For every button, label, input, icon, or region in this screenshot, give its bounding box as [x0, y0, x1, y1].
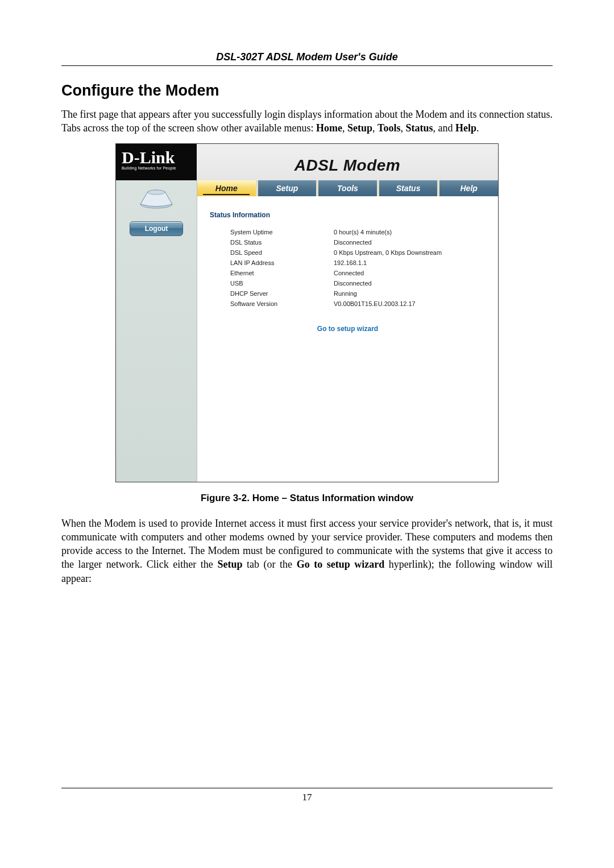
status-label: USB: [227, 278, 330, 288]
bold-home: Home: [316, 122, 342, 134]
status-value: Disconnected: [330, 278, 468, 288]
status-value: 0 Kbps Upstream, 0 Kbps Downstream: [330, 247, 468, 258]
status-label: LAN IP Address: [227, 258, 330, 268]
setup-wizard-link[interactable]: Go to setup wizard: [210, 325, 486, 333]
table-row: Software VersionV0.00B01T15.EU.2003.12.1…: [227, 299, 468, 309]
intro-paragraph: The first page that appears after you su…: [61, 108, 553, 135]
bold-setup: Setup: [347, 122, 372, 134]
modem-icon: [136, 187, 176, 210]
header-rule: [61, 65, 553, 66]
bold-status: Status: [405, 122, 433, 134]
logout-button[interactable]: Logout: [130, 221, 183, 236]
table-row: LAN IP Address192.168.1.1: [227, 258, 468, 268]
paragraph-text: The first page that appears after you su…: [61, 109, 553, 134]
tab-status[interactable]: Status: [379, 180, 440, 196]
table-row: DSL Speed0 Kbps Upstream, 0 Kbps Downstr…: [227, 247, 468, 258]
svg-point-1: [148, 190, 165, 195]
tab-home[interactable]: Home: [197, 180, 258, 196]
table-row: USBDisconnected: [227, 278, 468, 288]
footer-rule: [61, 788, 553, 788]
figure-caption: Figure 3-2. Home – Status Information wi…: [61, 493, 553, 504]
title-cell: ADSL Modem: [197, 144, 498, 180]
doc-header: DSL-302T ADSL Modem User's Guide: [61, 51, 553, 65]
bold-help: Help: [455, 122, 476, 134]
tab-bar: Home Setup Tools Status Help: [197, 180, 498, 196]
status-value: 192.168.1.1: [330, 258, 468, 268]
status-label: DHCP Server: [227, 288, 330, 299]
page-number: 17: [61, 792, 553, 803]
table-row: DSL StatusDisconnected: [227, 237, 468, 247]
tab-tools[interactable]: Tools: [318, 180, 379, 196]
status-section-title: Status Information: [210, 211, 486, 219]
status-label: DSL Speed: [227, 247, 330, 258]
tab-setup[interactable]: Setup: [258, 180, 319, 196]
bold-setup-2: Setup: [217, 559, 242, 570]
paragraph-text: tab (or the: [247, 559, 297, 570]
table-row: DHCP ServerRunning: [227, 288, 468, 299]
dlink-tagline: Building Networks for People: [122, 166, 192, 170]
main-panel: Home Setup Tools Status Help Status Info…: [197, 180, 498, 482]
tab-help[interactable]: Help: [439, 180, 498, 196]
bold-tools: Tools: [377, 122, 400, 134]
table-row: EthernetConnected: [227, 268, 468, 278]
status-value: V0.00B01T15.EU.2003.12.17: [330, 299, 468, 309]
status-label: Ethernet: [227, 268, 330, 278]
status-label: System Uptime: [227, 227, 330, 237]
dlink-logo: D-Link: [122, 150, 192, 165]
status-value: Running: [330, 288, 468, 299]
modem-screenshot: D-Link Building Networks for People ADSL…: [115, 143, 499, 482]
status-label: DSL Status: [227, 237, 330, 247]
table-row: System Uptime0 hour(s) 4 minute(s): [227, 227, 468, 237]
status-value: Connected: [330, 268, 468, 278]
status-table: System Uptime0 hour(s) 4 minute(s)DSL St…: [227, 227, 468, 309]
left-panel: Logout: [116, 180, 197, 482]
brand-cell: D-Link Building Networks for People: [116, 144, 197, 180]
bold-wizard-link-text: Go to setup wizard: [297, 559, 385, 570]
followup-paragraph: When the Modem is used to provide Intern…: [61, 516, 553, 585]
status-value: 0 hour(s) 4 minute(s): [330, 227, 468, 237]
section-heading: Configure the Modem: [61, 82, 553, 100]
status-value: Disconnected: [330, 237, 468, 247]
product-title: ADSL Modem: [294, 156, 401, 175]
status-label: Software Version: [227, 299, 330, 309]
